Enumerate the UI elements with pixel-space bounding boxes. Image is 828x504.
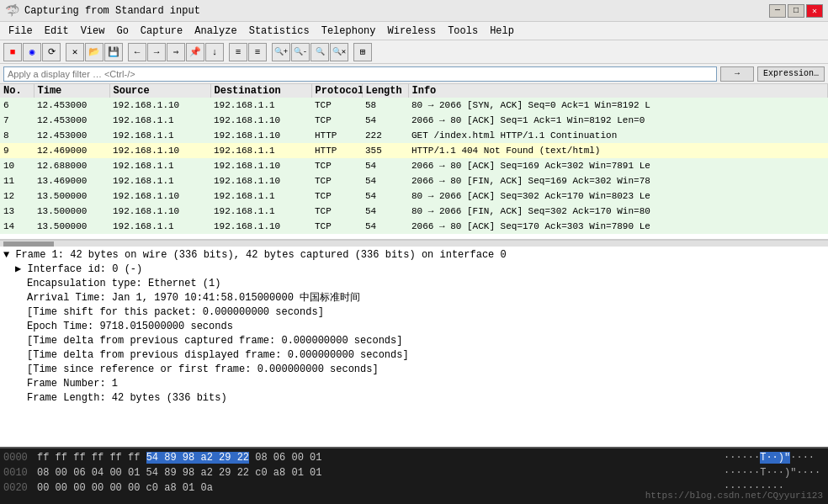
cell-info: 2066 → 80 [ACK] Seq=1 Ack=1 Win=8192 Len… bbox=[408, 113, 828, 128]
cell-src: 192.168.1.10 bbox=[109, 143, 210, 158]
cell-no: 11 bbox=[0, 173, 34, 188]
cell-len: 58 bbox=[362, 98, 408, 113]
menu-item-edit[interactable]: Edit bbox=[40, 24, 74, 39]
minimize-button[interactable]: ─ bbox=[769, 4, 786, 18]
cell-proto: TCP bbox=[311, 98, 362, 113]
selected-ascii: T··)" bbox=[760, 452, 790, 464]
menu-item-telephony[interactable]: Telephony bbox=[316, 24, 381, 39]
detail-item: Encapsulation type: Ethernet (1) bbox=[3, 277, 825, 291]
cell-dst: 192.168.1.1 bbox=[210, 98, 311, 113]
cell-len: 54 bbox=[362, 173, 408, 188]
hex-watermark: https://blog.csdn.net/CQyyuri123 bbox=[645, 491, 823, 501]
cell-no: 10 bbox=[0, 158, 34, 173]
cell-time: 12.453000 bbox=[34, 113, 109, 128]
detail-item[interactable]: ▼ Frame 1: 42 bytes on wire (336 bits), … bbox=[3, 248, 825, 263]
toolbar: ■ ◉ ⟳ ✕ 📂 💾 ← → ⇒ 📌 ↓ ≡ ≡ 🔍+ 🔍- 🔍 🔍✕ ⊞ bbox=[0, 40, 828, 64]
forward-button[interactable]: → bbox=[147, 43, 166, 61]
table-row[interactable]: 1413.500000192.168.1.1192.168.1.10TCP542… bbox=[0, 219, 828, 234]
cell-len: 54 bbox=[362, 219, 408, 234]
detail-pane[interactable]: ▼ Frame 1: 42 bytes on wire (336 bits), … bbox=[0, 247, 828, 448]
cell-dst: 192.168.1.1 bbox=[210, 188, 311, 204]
menu-item-wireless[interactable]: Wireless bbox=[383, 24, 442, 39]
maximize-button[interactable]: □ bbox=[788, 4, 804, 18]
filter-arrow-button[interactable]: → bbox=[720, 66, 754, 82]
stop-capture-button[interactable]: ■ bbox=[3, 43, 22, 61]
menu-item-go[interactable]: Go bbox=[111, 24, 133, 39]
cell-info: 2066 → 80 [ACK] Seq=169 Ack=302 Win=7891… bbox=[408, 158, 828, 173]
save-button[interactable]: 💾 bbox=[104, 43, 123, 61]
cell-time: 13.469000 bbox=[34, 173, 109, 188]
cell-proto: TCP bbox=[311, 204, 362, 219]
hex-bytes: 08 00 06 04 00 01 54 89 98 a2 29 22 c0 a… bbox=[37, 465, 724, 480]
layout-button[interactable]: ⊞ bbox=[353, 43, 372, 61]
menu-item-tools[interactable]: Tools bbox=[443, 24, 483, 39]
close-button[interactable]: ✕ bbox=[806, 4, 823, 18]
table-row[interactable]: 712.453000192.168.1.1192.168.1.10TCP5420… bbox=[0, 113, 828, 128]
cell-time: 12.469000 bbox=[34, 143, 109, 158]
cell-time: 13.500000 bbox=[34, 219, 109, 234]
hex-pane[interactable]: 0000ff ff ff ff ff ff 54 89 98 a2 29 22 … bbox=[0, 448, 828, 504]
table-row[interactable]: 912.469000192.168.1.10192.168.1.1HTTP355… bbox=[0, 143, 828, 158]
table-row[interactable]: 1113.469000192.168.1.1192.168.1.10TCP542… bbox=[0, 173, 828, 188]
menu-item-help[interactable]: Help bbox=[485, 24, 519, 39]
packet-table-body: 612.453000192.168.1.10192.168.1.1TCP5880… bbox=[0, 98, 828, 234]
close-file-button[interactable]: ✕ bbox=[66, 43, 84, 61]
colorize-button[interactable]: ≡ bbox=[229, 43, 247, 61]
cell-len: 222 bbox=[362, 128, 408, 143]
zoom-fit-button[interactable]: 🔍✕ bbox=[330, 43, 348, 61]
cell-proto: TCP bbox=[311, 113, 362, 128]
back-button[interactable]: ← bbox=[128, 43, 146, 61]
detail-item: [Time delta from previous captured frame… bbox=[3, 334, 825, 348]
cell-no: 14 bbox=[0, 219, 34, 234]
expression-button[interactable]: Expression… bbox=[757, 66, 825, 82]
pin-button[interactable]: 📌 bbox=[186, 43, 204, 61]
open-file-button[interactable]: 📂 bbox=[85, 43, 104, 61]
restart-button[interactable]: ⟳ bbox=[42, 43, 61, 61]
packet-list-hscroll[interactable] bbox=[0, 240, 828, 247]
table-row[interactable]: 1313.500000192.168.1.10192.168.1.1TCP548… bbox=[0, 204, 828, 219]
table-row[interactable]: 812.453000192.168.1.1192.168.1.10HTTP222… bbox=[0, 128, 828, 143]
hex-row: 001008 00 06 04 00 01 54 89 98 a2 29 22 … bbox=[3, 465, 825, 480]
menu-item-capture[interactable]: Capture bbox=[135, 24, 188, 39]
scroll-button[interactable]: ↓ bbox=[205, 43, 224, 61]
goto-button[interactable]: ⇒ bbox=[167, 43, 185, 61]
table-row[interactable]: 1213.500000192.168.1.10192.168.1.1TCP548… bbox=[0, 188, 828, 204]
col-header-length: Length bbox=[362, 84, 408, 98]
detail-item[interactable]: ▶ Interface id: 0 (-) bbox=[3, 263, 825, 277]
table-row[interactable]: 1012.688000192.168.1.1192.168.1.10TCP542… bbox=[0, 158, 828, 173]
detail-item: [Time since reference or first frame: 0.… bbox=[3, 363, 825, 377]
hex-ascii: ······T···)"···· bbox=[724, 465, 825, 480]
hex-row: 0000ff ff ff ff ff ff 54 89 98 a2 29 22 … bbox=[3, 450, 825, 465]
auto-scroll-button[interactable]: ≡ bbox=[248, 43, 267, 61]
hex-ascii: ······T··)"···· bbox=[724, 450, 825, 465]
cell-dst: 192.168.1.10 bbox=[210, 158, 311, 173]
cell-proto: TCP bbox=[311, 219, 362, 234]
detail-item: Frame Length: 42 bytes (336 bits) bbox=[3, 391, 825, 406]
hex-offset: 0000 bbox=[3, 450, 37, 465]
cell-dst: 192.168.1.10 bbox=[210, 219, 311, 234]
cell-proto: TCP bbox=[311, 188, 362, 204]
hscroll-thumb[interactable] bbox=[3, 241, 54, 247]
title-bar: 🦈 Capturing from Standard input ─ □ ✕ bbox=[0, 0, 828, 22]
table-row[interactable]: 612.453000192.168.1.10192.168.1.1TCP5880… bbox=[0, 98, 828, 113]
filter-input[interactable] bbox=[3, 66, 717, 82]
menu-item-file[interactable]: File bbox=[3, 24, 38, 39]
start-capture-button[interactable]: ◉ bbox=[23, 43, 41, 61]
zoom-reset-button[interactable]: 🔍 bbox=[310, 43, 329, 61]
packet-list[interactable]: No. Time Source Destination Protocol Len… bbox=[0, 84, 828, 240]
menu-item-analyze[interactable]: Analyze bbox=[189, 24, 242, 39]
cell-len: 54 bbox=[362, 204, 408, 219]
packet-list-header: No. Time Source Destination Protocol Len… bbox=[0, 84, 828, 98]
cell-len: 54 bbox=[362, 158, 408, 173]
col-header-info: Info bbox=[408, 84, 828, 98]
menu-item-view[interactable]: View bbox=[76, 24, 110, 39]
cell-dst: 192.168.1.10 bbox=[210, 173, 311, 188]
zoom-in-button[interactable]: 🔍+ bbox=[272, 43, 290, 61]
zoom-out-button[interactable]: 🔍- bbox=[291, 43, 310, 61]
menu-item-statistics[interactable]: Statistics bbox=[244, 24, 315, 39]
cell-info: HTTP/1.1 404 Not Found (text/html) bbox=[408, 143, 828, 158]
cell-proto: HTTP bbox=[311, 143, 362, 158]
col-header-destination: Destination bbox=[210, 84, 311, 98]
detail-item: Epoch Time: 9718.015000000 seconds bbox=[3, 320, 825, 334]
title-controls[interactable]: ─ □ ✕ bbox=[769, 4, 823, 18]
